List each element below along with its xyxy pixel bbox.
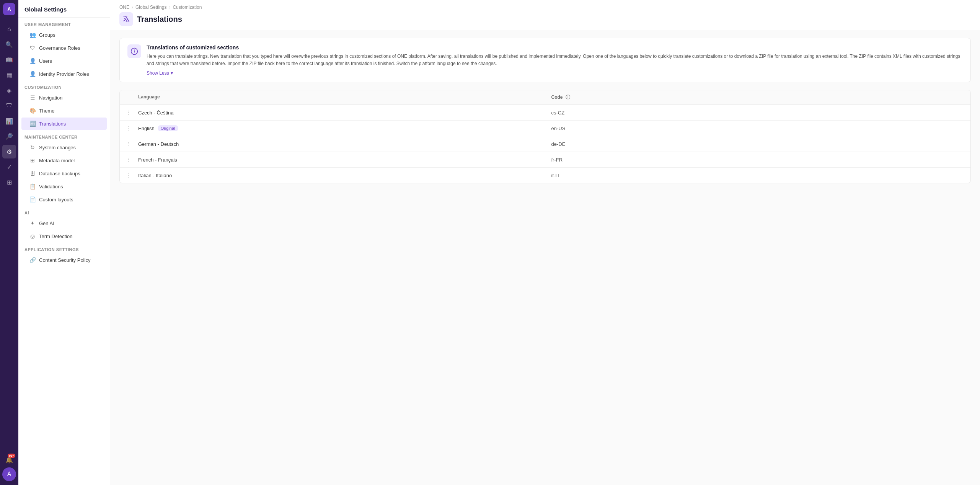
sidebar-item-label: Translations xyxy=(39,121,66,127)
sidebar-item-label: Gen AI xyxy=(39,220,54,226)
sidebar-item-database-backups[interactable]: 🗄 Database backups xyxy=(21,167,107,180)
code-cell: fr-FR xyxy=(551,157,965,163)
language-cell: Czech - Čeština xyxy=(138,110,551,116)
languages-table: Language Code ⓘ ⋮ Czech - Čeština cs-CZ … xyxy=(119,90,971,183)
sidebar-item-navigation[interactable]: ☰ Navigation xyxy=(21,91,107,104)
table-col-drag xyxy=(126,94,138,101)
sidebar-item-translations[interactable]: 🔤 Translations xyxy=(21,118,107,130)
language-cell: English Original xyxy=(138,125,551,131)
user-avatar[interactable]: A xyxy=(2,467,16,481)
drag-handle-icon[interactable]: ⋮ xyxy=(126,157,138,163)
chart-icon[interactable]: 📊 xyxy=(2,114,16,128)
sidebar-item-metadata-model[interactable]: ⊞ Metadata model xyxy=(21,154,107,167)
sidebar-item-validations[interactable]: 📋 Validations xyxy=(21,180,107,193)
drag-handle-icon[interactable]: ⋮ xyxy=(126,172,138,178)
info-card-body: Translations of customized sections Here… xyxy=(147,44,963,76)
sidebar-item-label: Groups xyxy=(39,32,55,38)
breadcrumb: ONE › Global Settings › Customization xyxy=(119,5,971,10)
governance-icon: 🛡 xyxy=(29,45,36,51)
language-cell: French - Français xyxy=(138,157,551,163)
home-icon[interactable]: ⌂ xyxy=(2,22,16,36)
book-icon[interactable]: 📖 xyxy=(2,53,16,67)
language-name: Italian - Italiano xyxy=(138,173,172,178)
section-label-ai: AI xyxy=(18,206,110,217)
sidebar-item-identity-provider-roles[interactable]: 👤 Identity Provider Roles xyxy=(21,68,107,80)
sidebar-item-users[interactable]: 👤 Users xyxy=(21,55,107,67)
metadata-icon: ⊞ xyxy=(29,157,36,163)
bell-icon[interactable]: 🔔 99+ xyxy=(2,453,16,467)
original-badge: Original xyxy=(158,125,178,131)
sidebar-item-governance-roles[interactable]: 🛡 Governance Roles xyxy=(21,42,107,54)
sidebar-item-theme[interactable]: 🎨 Theme xyxy=(21,105,107,117)
database-icon: 🗄 xyxy=(29,170,36,176)
content-area: Translations of customized sections Here… xyxy=(110,30,980,485)
breadcrumb-sep-1: › xyxy=(132,5,133,10)
sidebar-item-label: Users xyxy=(39,58,52,64)
groups-icon: 👥 xyxy=(29,32,36,38)
code-info-icon[interactable]: ⓘ xyxy=(566,95,570,100)
sidebar-item-content-security-policy[interactable]: 🔗 Content Security Policy xyxy=(21,254,107,266)
table-row[interactable]: ⋮ Czech - Čeština cs-CZ xyxy=(120,105,970,121)
translations-icon: 🔤 xyxy=(29,121,36,127)
info-card: Translations of customized sections Here… xyxy=(119,38,971,82)
drag-handle-icon[interactable]: ⋮ xyxy=(126,141,138,147)
sidebar-header: Global Settings xyxy=(18,0,110,18)
search-icon[interactable]: 🔍 xyxy=(2,38,16,51)
layers-icon[interactable]: ▦ xyxy=(2,68,16,82)
table-col-code: Code ⓘ xyxy=(551,94,965,101)
app-logo[interactable]: A xyxy=(3,3,15,15)
language-cell: Italian - Italiano xyxy=(138,173,551,178)
drag-handle-icon[interactable]: ⋮ xyxy=(126,125,138,131)
security-policy-icon: 🔗 xyxy=(29,257,36,263)
term-detection-icon: ◎ xyxy=(29,233,36,239)
sidebar-item-custom-layouts[interactable]: 📄 Custom layouts xyxy=(21,193,107,206)
sidebar-item-groups[interactable]: 👥 Groups xyxy=(21,29,107,41)
breadcrumb-customization[interactable]: Customization xyxy=(173,5,202,10)
chevron-up-icon: ▾ xyxy=(171,70,173,76)
page-title: Translations xyxy=(137,15,182,24)
language-name: French - Français xyxy=(138,157,177,163)
code-cell: it-IT xyxy=(551,173,965,178)
page-title-icon xyxy=(119,12,133,26)
sidebar: Global Settings User Management 👥 Groups… xyxy=(18,0,110,485)
page-header: ONE › Global Settings › Customization Tr… xyxy=(110,0,980,30)
sidebar-item-label: Theme xyxy=(39,108,54,114)
table-row[interactable]: ⋮ Italian - Italiano it-IT xyxy=(120,168,970,183)
users-icon: 👤 xyxy=(29,58,36,64)
language-cell: German - Deutsch xyxy=(138,141,551,147)
sidebar-item-term-detection[interactable]: ◎ Term Detection xyxy=(21,230,107,242)
validations-icon: 📋 xyxy=(29,183,36,189)
section-label-app-settings: Application Settings xyxy=(18,243,110,253)
grid-icon[interactable]: ⊞ xyxy=(2,175,16,189)
sidebar-item-gen-ai[interactable]: ✦ Gen AI xyxy=(21,217,107,229)
code-cell: de-DE xyxy=(551,141,965,147)
shield-icon[interactable]: 🛡 xyxy=(2,99,16,113)
sidebar-item-label: Term Detection xyxy=(39,234,72,239)
table-row[interactable]: ⋮ English Original en-US xyxy=(120,121,970,136)
table-row[interactable]: ⋮ German - Deutsch de-DE xyxy=(120,136,970,152)
gen-ai-icon: ✦ xyxy=(29,220,36,226)
settings-icon[interactable]: ⚙ xyxy=(2,145,16,158)
diagram-icon[interactable]: ◈ xyxy=(2,83,16,97)
sidebar-item-label: Content Security Policy xyxy=(39,257,90,263)
catalog-icon[interactable]: 🔎 xyxy=(2,129,16,143)
sidebar-item-label: Validations xyxy=(39,184,63,189)
breadcrumb-global-settings[interactable]: Global Settings xyxy=(135,5,166,10)
sidebar-item-label: Database backups xyxy=(39,171,80,176)
language-name: English xyxy=(138,126,155,131)
code-cell: en-US xyxy=(551,126,965,131)
sidebar-item-label: System changes xyxy=(39,145,76,150)
breadcrumb-one[interactable]: ONE xyxy=(119,5,129,10)
drag-handle-icon[interactable]: ⋮ xyxy=(126,109,138,116)
notification-badge: 99+ xyxy=(8,454,15,458)
code-cell: cs-CZ xyxy=(551,110,965,116)
table-row[interactable]: ⋮ French - Français fr-FR xyxy=(120,152,970,168)
language-name: German - Deutsch xyxy=(138,141,179,147)
show-less-button[interactable]: Show Less ▾ xyxy=(147,70,173,76)
info-card-icon xyxy=(127,44,141,58)
sidebar-item-system-changes[interactable]: ↻ System changes xyxy=(21,141,107,154)
main-content: ONE › Global Settings › Customization Tr… xyxy=(110,0,980,485)
tasks-icon[interactable]: ✓ xyxy=(2,160,16,174)
section-label-user-management: User Management xyxy=(18,18,110,28)
language-name: Czech - Čeština xyxy=(138,110,173,116)
